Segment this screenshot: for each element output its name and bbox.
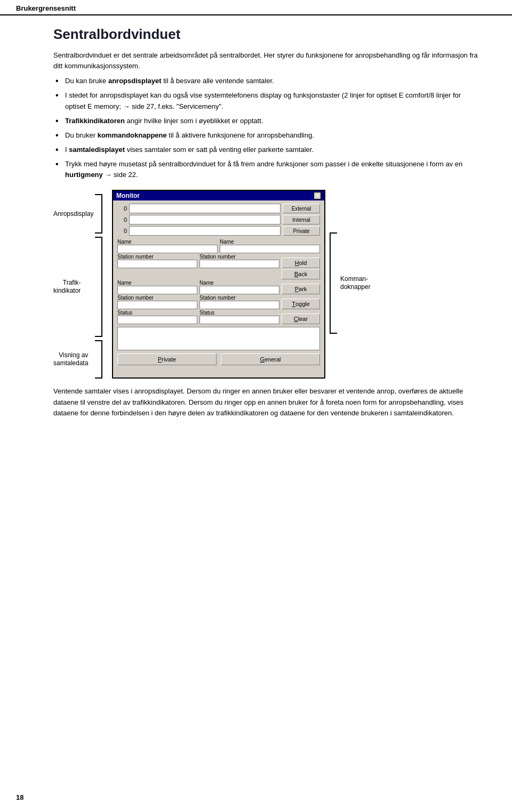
main-content: Sentralbordvinduet Sentralbordvinduet er… (0, 15, 512, 429)
anropsdisplay-label-text: Anropsdisplay (53, 194, 95, 234)
anrop-row-3: 0 Private (117, 226, 320, 236)
trafik-name-input-left[interactable] (117, 245, 218, 253)
section-title: Sentralbordvinduet (53, 26, 480, 43)
anrop-num-2: 0 (117, 216, 127, 223)
internal-button[interactable]: Internal (283, 215, 320, 224)
general-button[interactable]: General (221, 353, 320, 365)
kommandoknapper-label-text: Komman-doknapper (337, 232, 371, 334)
trafikkindikator-label-block: Trafik-kindikator (53, 237, 112, 337)
trafikkindikator-brace (95, 237, 102, 337)
monitor-window: Monitor ✕ 0 External 0 (112, 190, 325, 379)
bottom-buttons: Private General (117, 353, 320, 365)
bottom-paragraph: Ventende samtaler vises i anropsdisplaye… (53, 386, 480, 418)
status-input-right[interactable] (199, 316, 279, 324)
list-item: Du bruker kommandoknappene til å aktiver… (53, 130, 480, 141)
anropsdisplay-brace (95, 194, 102, 234)
page-header: Brukergrensesnitt (0, 0, 512, 15)
trafik-name-input-right-2[interactable] (199, 286, 279, 294)
samtaledata-brace (95, 340, 102, 379)
list-item: I stedet for anropsdisplayet kan du også… (53, 90, 480, 111)
station-num-input-left-2[interactable] (117, 301, 197, 309)
park-button[interactable]: Park (282, 284, 320, 294)
window-titlebar: Monitor ✕ (113, 191, 324, 200)
trafik-name-label-right: Name (220, 239, 320, 245)
clear-button[interactable]: Clear (282, 313, 320, 324)
station-num-input-left-1[interactable] (117, 260, 197, 268)
list-item: I samtaledisplayet vises samtaler som er… (53, 144, 480, 155)
anrop-input-3[interactable] (129, 226, 281, 236)
external-button[interactable]: External (283, 204, 320, 213)
anropsdisplay-label-block: Anropsdisplay (53, 194, 112, 234)
station-num-input-right-2[interactable] (199, 301, 279, 309)
samtaledata-label-text: Visning avsamtaledata (53, 340, 95, 379)
left-labels-column: Anropsdisplay Trafik-kindikator Visning … (53, 190, 112, 379)
trafik-name-label-right-2: Name (199, 280, 279, 286)
trafik-name-label-left: Name (117, 239, 218, 245)
anrop-input-2[interactable] (129, 215, 281, 224)
trafik-section: Name Name Station number (117, 239, 320, 325)
station-num-input-right-1[interactable] (199, 260, 279, 268)
list-item: Trafikkindikatoren angir hvilke linjer s… (53, 116, 480, 126)
intro-paragraph: Sentralbordvinduet er det sentrale arbei… (53, 50, 480, 71)
samtaledata-label-block: Visning avsamtaledata (53, 340, 112, 379)
anrop-num-3: 0 (117, 228, 127, 234)
kommandoknapper-brace (330, 232, 337, 334)
diagram-area: Anropsdisplay Trafik-kindikator Visning … (53, 190, 480, 379)
trafikkindikator-label-text: Trafik-kindikator (53, 237, 95, 337)
station-num-label-right-1: Station number (199, 254, 279, 260)
back-button[interactable]: Back (282, 269, 320, 279)
status-label-right: Status (199, 310, 279, 316)
list-item: Du kan bruke anropsdisplayet til å besva… (53, 76, 480, 86)
anrop-input-1[interactable] (129, 204, 281, 213)
trafik-name-label-left-2: Name (117, 280, 197, 286)
window-close-button[interactable]: ✕ (314, 192, 321, 199)
private-dropdown-button[interactable]: Private (283, 226, 320, 236)
anrop-row-1: 0 External (117, 204, 320, 213)
status-input-left[interactable] (117, 316, 197, 324)
trafik-name-input-right[interactable] (220, 245, 320, 253)
toggle-button[interactable]: Toggle (282, 299, 320, 309)
right-labels-column: Komman-doknapper (325, 190, 389, 379)
station-num-label-left-2: Station number (117, 295, 197, 301)
feature-list: Du kan bruke anropsdisplayet til å besva… (53, 76, 480, 180)
anrop-num-1: 0 (117, 205, 127, 212)
window-body: 0 External 0 Internal 0 Private (113, 200, 324, 369)
anrop-rows: 0 External 0 Internal 0 Private (117, 204, 320, 236)
trafik-fields: Name Name Station number (117, 239, 320, 325)
station-num-label-right-2: Station number (199, 295, 279, 301)
station-num-label-left-1: Station number (117, 254, 197, 260)
kommandoknapper-label-block: Komman-doknapper (330, 232, 389, 334)
trafik-name-input-left-2[interactable] (117, 286, 197, 294)
status-label-left: Status (117, 310, 197, 316)
hold-button[interactable]: Hold (282, 258, 320, 268)
private-button[interactable]: Private (117, 353, 217, 365)
list-item: Trykk med høyre musetast på sentralbordv… (53, 159, 480, 180)
samtaledata-section (117, 327, 320, 351)
samtaledata-input[interactable] (117, 327, 320, 350)
anrop-row-2: 0 Internal (117, 215, 320, 224)
window-title: Monitor (116, 192, 140, 199)
page-number: 18 (16, 793, 23, 801)
header-title: Brukergrensesnitt (16, 4, 76, 12)
